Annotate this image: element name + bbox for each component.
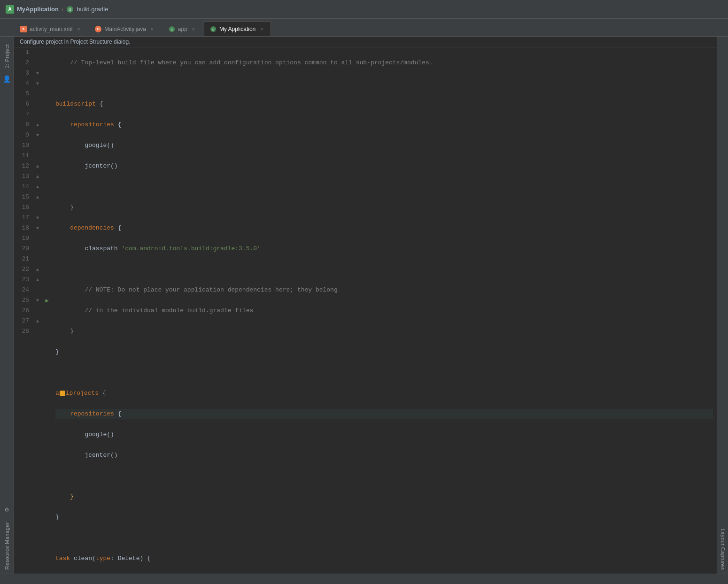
info-text: Configure project in Project Structure d… <box>20 38 130 45</box>
sidebar-resource-label[interactable]: Resource Manager <box>4 518 10 574</box>
fold-row-14[interactable]: ▲ <box>33 182 42 192</box>
fold-row-26 <box>33 306 42 316</box>
project-name: MyApplication <box>17 6 59 13</box>
fold-row-27[interactable]: ▲ <box>33 316 42 326</box>
fold-row-12[interactable]: ▲ <box>33 161 42 171</box>
code-line-19: google() <box>55 430 713 440</box>
layout-captures-label[interactable]: Layout Captures <box>719 525 727 574</box>
tab-bar: X activity_main.xml × C MainActivity.jav… <box>0 19 728 37</box>
fold-row-20 <box>33 244 42 254</box>
fold-row-11 <box>33 151 42 161</box>
fold-row-10 <box>33 140 42 151</box>
code-line-25: task clean(type: Delete) { <box>55 553 713 564</box>
fold-row-19 <box>33 233 42 244</box>
breadcrumb-separator: › <box>62 6 63 13</box>
right-sidebar: Layout Captures <box>717 37 728 574</box>
fold-row-17[interactable]: ▼ <box>33 213 42 223</box>
fold-row-5 <box>33 89 42 99</box>
code-line-22: } <box>55 492 713 502</box>
code-line-10: classpath 'com.android.tools.build:gradl… <box>55 244 713 254</box>
fold-row-2 <box>33 58 42 68</box>
tab-label-activity-main: activity_main.xml <box>30 26 72 32</box>
app-gradle-icon: G <box>169 26 175 32</box>
settings-icon[interactable]: ⚙ <box>2 504 12 515</box>
code-line-21 <box>55 471 713 481</box>
tab-close-activity-main[interactable]: × <box>75 26 82 32</box>
code-line-13: // in the individual module build.gradle… <box>55 306 713 316</box>
svg-text:G: G <box>170 27 173 31</box>
sidebar-project-label[interactable]: 1: Project <box>4 40 10 72</box>
fold-row-8[interactable]: ▲ <box>33 120 42 130</box>
fold-row-24 <box>33 285 42 295</box>
tab-close-app[interactable]: × <box>190 26 197 32</box>
code-line-16 <box>55 368 713 378</box>
tab-label-mainactivity: MainActivity.java <box>104 26 146 32</box>
title-bar: A MyApplication › G build.gradle <box>0 0 728 19</box>
code-editor[interactable]: // Top-level build file where you can ad… <box>52 47 717 574</box>
bottom-bar <box>0 574 728 584</box>
code-line-24 <box>55 533 713 543</box>
fold-row-7 <box>33 109 42 120</box>
breadcrumb: MyApplication › G build.gradle <box>17 6 108 13</box>
code-line-17: alprojects { <box>55 388 713 399</box>
code-line-15: } <box>55 347 713 357</box>
run-gutter: ▶ <box>42 47 52 574</box>
code-line-23: } <box>55 512 713 523</box>
code-line-3: buildscript { <box>55 99 713 109</box>
info-bar: Configure project in Project Structure d… <box>14 37 717 47</box>
code-line-5: google() <box>55 140 713 151</box>
code-line-8: } <box>55 202 713 213</box>
code-line-11 <box>55 264 713 275</box>
my-app-gradle-icon: G <box>210 26 217 32</box>
code-line-18: repositories { <box>55 409 713 419</box>
svg-text:G: G <box>212 27 214 31</box>
svg-text:G: G <box>69 8 71 12</box>
tab-activity-main[interactable]: X activity_main.xml × <box>14 21 88 36</box>
fold-row-18[interactable]: ▼ <box>33 223 42 233</box>
fold-row-21 <box>33 254 42 264</box>
tab-mainactivity[interactable]: C MainActivity.java × <box>89 21 161 36</box>
gradle-icon: G <box>66 6 74 13</box>
breadcrumb-file: build.gradle <box>77 6 108 13</box>
fold-row-13[interactable]: ▲ <box>33 171 42 182</box>
code-line-2 <box>55 78 713 89</box>
left-sidebar: 1: Project 👤 ⚙ Resource Manager <box>0 37 14 574</box>
fold-row-3[interactable]: ▼ <box>33 68 42 78</box>
code-line-1: // Top-level build file where you can ad… <box>55 58 713 68</box>
code-line-7 <box>55 182 713 192</box>
fold-row-22[interactable]: ▲ <box>33 264 42 275</box>
tab-close-mainactivity[interactable]: × <box>149 26 155 32</box>
project-icon: A <box>6 5 14 14</box>
code-line-14: } <box>55 326 713 337</box>
run-icon-line25[interactable]: ▶ <box>42 295 52 306</box>
tab-app[interactable]: G app × <box>163 21 203 36</box>
main-layout: 1: Project 👤 ⚙ Resource Manager Configur… <box>0 37 728 574</box>
fold-row-6 <box>33 99 42 109</box>
tab-label-app: app <box>178 26 187 32</box>
fold-row-23[interactable]: ▲ <box>33 275 42 285</box>
code-line-9: dependencies { <box>55 223 713 233</box>
fold-row-28 <box>33 326 42 337</box>
editor[interactable]: 1 2 3 4 5 6 7 8 9 10 11 12 13 14 15 16 1… <box>14 47 717 574</box>
code-line-4: repositories { <box>55 120 713 130</box>
line-numbers: 1 2 3 4 5 6 7 8 9 10 11 12 13 14 15 16 1… <box>14 47 33 574</box>
tab-label-my-application: My Application <box>219 26 256 32</box>
person-icon[interactable]: 👤 <box>2 74 12 84</box>
code-line-12: // NOTE: Do not place your application d… <box>55 285 713 295</box>
fold-row-1 <box>33 47 42 58</box>
fold-row-16 <box>33 202 42 213</box>
editor-container: Configure project in Project Structure d… <box>14 37 717 574</box>
xml-icon: X <box>20 26 27 32</box>
tab-my-application[interactable]: G My Application × <box>204 21 271 36</box>
fold-row-4[interactable]: ▼ <box>33 78 42 89</box>
fold-row-25[interactable]: ▼ <box>33 295 42 306</box>
code-line-6: jcenter() <box>55 161 713 171</box>
fold-row-15[interactable]: ▲ <box>33 192 42 202</box>
fold-gutters: ▼ ▼ ▲ ▼ ▲ ▲ ▲ ▲ ▼ ▼ ▲ ▲ <box>33 47 42 574</box>
tab-close-my-application[interactable]: × <box>258 26 265 32</box>
code-line-20: jcenter() <box>55 450 713 461</box>
java-icon: C <box>95 26 101 32</box>
fold-row-9[interactable]: ▼ <box>33 130 42 140</box>
